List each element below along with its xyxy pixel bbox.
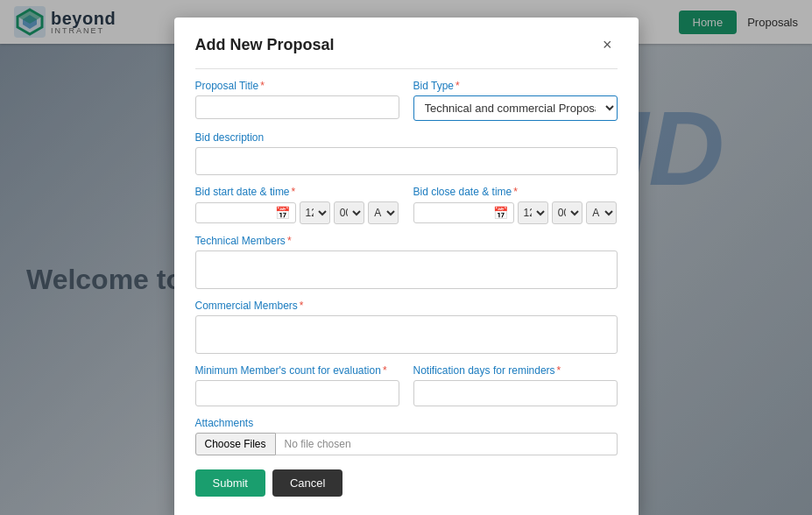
attachments-label: Attachments (195, 417, 618, 429)
close-ampm-select[interactable]: AM (586, 201, 617, 224)
bid-description-label: Bid description (195, 131, 618, 144)
close-button[interactable]: × (597, 35, 618, 54)
row-attachments: Attachments Choose Files No file chosen (195, 417, 618, 455)
bid-start-inputs: 📅 12 00 AM (195, 201, 399, 224)
notification-days-label: Notification days for reminders* (413, 364, 618, 377)
close-hour-select[interactable]: 12 (518, 201, 548, 224)
start-ampm-select[interactable]: AM (368, 201, 399, 224)
technical-members-group: Technical Members* (195, 235, 618, 289)
modal-title: Add New Proposal (195, 36, 335, 54)
row-count-notification: Minimum Member's count for evaluation* 1… (195, 364, 618, 406)
min-count-label: Minimum Member's count for evaluation* (195, 364, 399, 377)
min-count-group: Minimum Member's count for evaluation* 1 (195, 364, 399, 406)
proposal-title-group: Proposal Title* (195, 80, 399, 121)
min-count-input[interactable]: 1 (195, 380, 399, 406)
commercial-members-input[interactable] (195, 315, 618, 354)
bid-close-inputs: 📅 12 00 AM (413, 201, 618, 224)
bid-close-label: Bid close date & time* (413, 186, 618, 198)
file-name-display: No file chosen (276, 433, 618, 455)
technical-members-label: Technical Members* (195, 235, 618, 247)
attachments-group: Attachments Choose Files No file chosen (195, 417, 618, 455)
row-dates: Bid start date & time* 📅 12 00 (195, 186, 618, 224)
modal-footer: Submit Cancel (195, 469, 618, 497)
technical-members-input[interactable] (195, 250, 618, 289)
submit-button[interactable]: Submit (195, 469, 265, 497)
bid-start-group: Bid start date & time* 📅 12 00 (195, 186, 399, 224)
bid-type-group: Bid Type* Technical and commercial Propo… (413, 80, 618, 121)
start-date-wrapper: 📅 (195, 202, 296, 223)
modal-overlay: Add New Proposal × Proposal Title* Bid T… (0, 0, 812, 515)
start-date-input[interactable] (201, 207, 272, 219)
row-proposal-bidtype: Proposal Title* Bid Type* Technical and … (195, 80, 618, 121)
close-min-select[interactable]: 00 (552, 201, 583, 224)
start-min-select[interactable]: 00 (334, 201, 364, 224)
notification-days-input[interactable]: 1 (413, 380, 618, 406)
divider (195, 68, 618, 69)
choose-files-button[interactable]: Choose Files (195, 433, 276, 455)
close-calendar-icon[interactable]: 📅 (493, 206, 508, 220)
start-hour-select[interactable]: 12 (300, 201, 330, 224)
bid-type-select[interactable]: Technical and commercial Proposal separa… (413, 95, 618, 121)
row-commercial-members: Commercial Members* (195, 300, 618, 354)
cancel-button[interactable]: Cancel (272, 469, 342, 497)
bid-description-input[interactable] (195, 147, 618, 175)
commercial-members-label: Commercial Members* (195, 300, 618, 312)
commercial-members-group: Commercial Members* (195, 300, 618, 354)
proposal-title-label: Proposal Title* (195, 80, 399, 92)
row-bid-description: Bid description (195, 131, 618, 175)
start-calendar-icon[interactable]: 📅 (275, 206, 290, 220)
file-input-row: Choose Files No file chosen (195, 433, 618, 455)
close-date-wrapper: 📅 (413, 202, 514, 223)
close-date-input[interactable] (420, 207, 490, 219)
bid-start-label: Bid start date & time* (195, 186, 399, 198)
bid-type-label: Bid Type* (413, 80, 618, 92)
bid-close-group: Bid close date & time* 📅 12 00 (413, 186, 618, 224)
proposal-title-input[interactable] (195, 95, 399, 119)
bid-description-group: Bid description (195, 131, 618, 175)
modal-header: Add New Proposal × (195, 35, 618, 54)
row-technical-members: Technical Members* (195, 235, 618, 289)
notification-days-group: Notification days for reminders* 1 (413, 364, 618, 406)
modal-dialog: Add New Proposal × Proposal Title* Bid T… (174, 18, 639, 515)
